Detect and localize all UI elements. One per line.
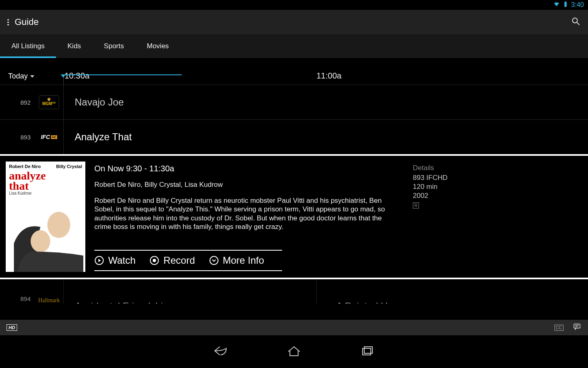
action-bar: Guide: [0, 10, 588, 34]
channel-number: 894: [0, 295, 35, 304]
home-icon[interactable]: [286, 344, 302, 359]
tab-sports[interactable]: Sports: [92, 34, 135, 58]
watch-button[interactable]: Watch: [94, 255, 136, 266]
program-description: Robert De Niro and Billy Crystal return …: [94, 196, 396, 231]
back-icon[interactable]: [212, 344, 229, 359]
details-year: 2002: [413, 192, 494, 200]
wifi-icon: [553, 1, 560, 9]
time-slot-2: 11:00a: [316, 71, 341, 81]
program-detail-panel: Robert De Niro Billy Crystal analyzethat…: [0, 154, 588, 279]
poster-name-left: Robert De Niro: [9, 164, 41, 169]
search-icon[interactable]: [571, 16, 581, 28]
filter-tabs: All Listings Kids Sports Movies: [0, 34, 588, 58]
program-cast: Robert De Niro, Billy Crystal, Lisa Kudr…: [94, 181, 396, 189]
status-clock: 3:40: [571, 1, 584, 9]
play-icon: [94, 256, 104, 265]
channel-row-894[interactable]: 894 Hallmark Accidental Friendship A Pai…: [0, 279, 588, 304]
program-analyze-that[interactable]: Analyze That: [63, 120, 588, 154]
record-icon: [149, 256, 159, 265]
chevron-down-circle-icon: [209, 256, 219, 265]
hd-badge: HD: [7, 324, 17, 331]
time-slot-1: 10:30a: [65, 71, 89, 81]
android-status-bar: 3:40: [0, 0, 588, 10]
tab-all-listings[interactable]: All Listings: [0, 34, 56, 58]
day-label: Today: [8, 72, 28, 81]
poster-art: [14, 202, 83, 272]
poster-sub: Lisa Kudrow: [6, 191, 85, 195]
chevron-down-icon: [30, 75, 34, 78]
on-now-time: On Now 9:30 - 11:30a: [94, 164, 396, 173]
chat-icon[interactable]: [572, 323, 581, 332]
bottom-dock: HD CC: [0, 320, 588, 335]
more-info-button[interactable]: More Info: [209, 255, 264, 266]
program-accidental-friendship[interactable]: Accidental Friendship: [63, 301, 308, 304]
drawer-icon[interactable]: [7, 19, 9, 25]
channel-logo-mgm: 🦁 MGMHD: [35, 95, 63, 109]
tab-movies[interactable]: Movies: [135, 34, 180, 58]
svg-point-9: [210, 256, 218, 265]
details-rating: R: [413, 202, 419, 209]
cc-badge[interactable]: CC: [555, 325, 564, 331]
tab-kids[interactable]: Kids: [56, 34, 92, 58]
android-nav-bar: [0, 335, 588, 368]
program-details-side: Details 893 IFCHD 120 min 2002 R: [413, 164, 494, 272]
svg-rect-0: [564, 2, 566, 7]
program-poster: Robert De Niro Billy Crystal analyzethat…: [6, 162, 85, 272]
channel-row-893[interactable]: 893 IFC HD Analyze That: [0, 119, 588, 154]
svg-rect-10: [574, 324, 580, 328]
time-header: Today 10:30a 11:00a: [0, 58, 588, 85]
channel-logo-ifc: IFC HD: [35, 130, 63, 144]
details-channel: 893 IFCHD: [413, 174, 494, 182]
channel-row-892[interactable]: 892 🦁 MGMHD Navajo Joe: [0, 85, 588, 119]
svg-point-2: [572, 18, 577, 23]
svg-rect-1: [565, 1, 566, 2]
svg-point-4: [47, 212, 70, 238]
action-row: Watch Record More Info: [94, 250, 282, 271]
recents-icon[interactable]: [359, 344, 376, 359]
page-title: Guide: [15, 17, 39, 27]
poster-name-right: Billy Crystal: [56, 164, 82, 169]
details-runtime: 120 min: [413, 183, 494, 191]
svg-point-8: [153, 259, 156, 262]
program-navajo-joe[interactable]: Navajo Joe: [63, 85, 588, 119]
record-button[interactable]: Record: [149, 255, 195, 266]
program-a-painted-house[interactable]: A Painted House: [325, 301, 409, 304]
channel-number: 892: [0, 99, 35, 106]
day-selector[interactable]: Today: [0, 72, 63, 81]
svg-point-5: [31, 230, 50, 252]
battery-icon: [562, 1, 569, 9]
details-header: Details: [413, 164, 494, 172]
channel-number: 893: [0, 134, 35, 141]
svg-line-3: [577, 22, 579, 25]
channel-logo-hallmark: Hallmark: [35, 297, 63, 304]
